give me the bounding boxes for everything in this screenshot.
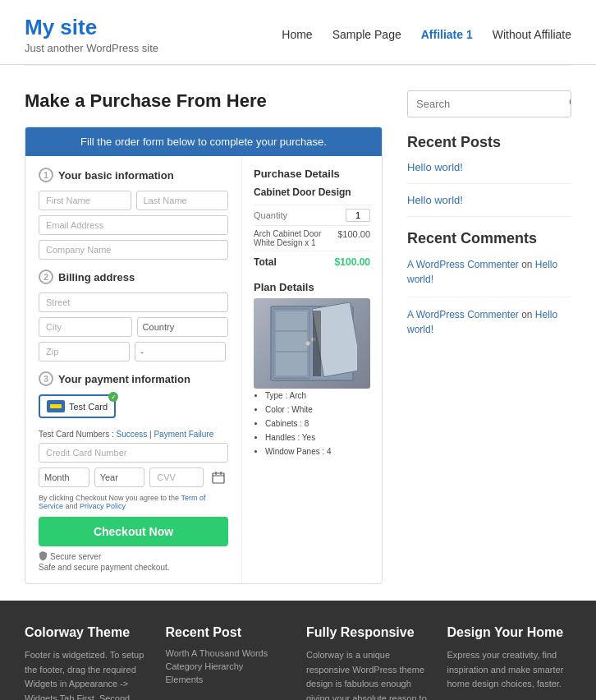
total-label: Total	[254, 256, 277, 268]
main-container: Make a Purchase From Here Fill the order…	[0, 66, 596, 601]
nav-sample-page[interactable]: Sample Page	[332, 28, 401, 41]
country-select[interactable]: Country	[137, 317, 228, 337]
city-input[interactable]	[39, 317, 132, 337]
city-country-row: Country	[39, 317, 228, 337]
purchase-card: Fill the order form below to complete yo…	[25, 127, 383, 584]
divider3	[407, 297, 571, 297]
footer-col-3: Fully Responsive Colorway is a unique re…	[306, 625, 431, 700]
privacy-link[interactable]: Privacy Policy	[80, 502, 126, 510]
footer-post-link-3[interactable]: Elements	[166, 675, 291, 684]
qty-label: Quantity	[254, 210, 287, 220]
qty-input[interactable]	[346, 209, 370, 222]
cvv-input[interactable]	[149, 467, 204, 487]
cc-input[interactable]	[39, 443, 228, 463]
post-link-1[interactable]: Hello world!	[407, 161, 571, 173]
footer-col-2: Recent Post Worth A Thousand Words Categ…	[166, 625, 291, 700]
card-header: Fill the order form below to complete yo…	[25, 127, 382, 156]
svg-rect-5	[273, 309, 309, 378]
site-header: My site Just another WordPress site Home…	[0, 0, 596, 65]
divider1	[407, 183, 571, 184]
year-select[interactable]: Year	[94, 467, 145, 487]
footer-col-4: Design Your Home Express your creativity…	[447, 625, 572, 700]
search-button[interactable]	[562, 91, 571, 117]
email-input[interactable]	[39, 215, 228, 235]
step3-label: Your payment information	[58, 373, 190, 385]
first-name-input[interactable]	[39, 191, 131, 210]
spec-type: Type : Arch	[265, 389, 370, 403]
step1-label: Your basic information	[58, 169, 174, 182]
post-link-2[interactable]: Hello world!	[407, 194, 571, 206]
safe-note: Safe and secure payment checkout.	[39, 563, 228, 572]
cc-row	[39, 443, 228, 463]
payment-method-btn[interactable]: Test Card ✓	[39, 394, 116, 418]
product-name: Cabinet Door Design	[254, 187, 370, 198]
zip-input[interactable]	[39, 342, 130, 362]
step1-heading: 1 Your basic information	[39, 168, 228, 182]
plan-specs: Type : Arch Color : White Cabinets : 8 H…	[254, 389, 370, 458]
last-name-input[interactable]	[136, 191, 229, 210]
payment-method-label: Test Card	[69, 402, 108, 412]
spec-handles: Handles : Yes	[265, 431, 370, 444]
comment-2: A WordPress Commenter on Hello world!	[407, 307, 571, 337]
svg-point-13	[571, 99, 572, 106]
details-col: Purchase Details Cabinet Door Design Qua…	[242, 156, 382, 583]
footer-col-1: Colorway Theme Footer is widgetized. To …	[25, 625, 149, 700]
company-row	[39, 240, 228, 260]
calendar-icon	[209, 467, 228, 487]
site-branding: My site Just another WordPress site	[25, 15, 158, 54]
search-box	[407, 90, 571, 117]
product-line-label: Arch Cabinet Door White Design x 1	[254, 229, 328, 247]
sidebar: Recent Posts Hello world! Hello world! R…	[407, 90, 571, 584]
search-icon	[569, 97, 571, 108]
comment-1: A WordPress Commenter on Hello world!	[407, 257, 571, 287]
svg-rect-10	[313, 311, 321, 376]
email-row	[39, 215, 228, 235]
plan-details-title: Plan Details	[254, 281, 370, 293]
total-price: $100.00	[335, 256, 370, 268]
nav-affiliate1[interactable]: Affiliate 1	[421, 28, 473, 41]
terms-text: By clicking Checkout Now you agree to th…	[39, 494, 228, 510]
step3-heading: 3 Your payment information	[39, 371, 228, 386]
footer-post-link-1[interactable]: Worth A Thousand Words	[166, 648, 291, 658]
page-title: Make a Purchase From Here	[25, 90, 383, 112]
company-input[interactable]	[39, 240, 228, 260]
form-col: 1 Your basic information	[25, 156, 242, 583]
success-link[interactable]: Success	[116, 430, 147, 439]
dash-select[interactable]: -	[135, 342, 226, 362]
footer-col4-title: Design Your Home	[447, 625, 572, 640]
footer-col2-title: Recent Post	[166, 625, 291, 640]
step2-num: 2	[39, 269, 53, 284]
spec-color: Color : White	[265, 403, 370, 417]
site-tagline: Just another WordPress site	[25, 42, 158, 54]
qty-row: Quantity	[254, 205, 370, 225]
svg-point-8	[306, 342, 310, 346]
card-icon	[47, 400, 65, 412]
nav-home[interactable]: Home	[282, 28, 312, 41]
site-footer: Colorway Theme Footer is widgetized. To …	[0, 601, 596, 700]
footer-post-link-2[interactable]: Category Hierarchy	[166, 661, 291, 671]
footer-col1-text: Footer is widgetized. To setup the foote…	[25, 648, 149, 700]
check-badge: ✓	[108, 392, 118, 402]
cabinet-image	[254, 298, 370, 389]
comment-author-1[interactable]: A WordPress Commenter	[407, 259, 519, 270]
step2-heading: 2 Billing address	[39, 269, 228, 284]
site-title[interactable]: My site	[25, 15, 158, 40]
footer-col3-title: Fully Responsive	[306, 625, 431, 640]
secure-note: Secure server	[39, 551, 228, 561]
footer-col1-title: Colorway Theme	[25, 625, 149, 640]
search-input[interactable]	[408, 92, 562, 116]
step3-num: 3	[39, 371, 53, 386]
zip-row: -	[39, 342, 228, 362]
nav-without-affiliate[interactable]: Without Affiliate	[493, 28, 571, 41]
product-line-price: $100.00	[337, 229, 370, 247]
checkout-button[interactable]: Checkout Now	[39, 517, 228, 546]
spec-cabinets: Cabinets : 8	[265, 417, 370, 431]
footer-grid: Colorway Theme Footer is widgetized. To …	[25, 625, 571, 700]
failure-link[interactable]: Payment Failure	[154, 430, 213, 439]
step1-num: 1	[39, 168, 53, 182]
comment-author-2[interactable]: A WordPress Commenter	[407, 309, 519, 320]
street-input[interactable]	[39, 292, 228, 312]
month-select[interactable]: Month	[39, 467, 89, 487]
svg-rect-0	[213, 473, 224, 483]
main-nav: Home Sample Page Affiliate 1 Without Aff…	[282, 28, 571, 41]
